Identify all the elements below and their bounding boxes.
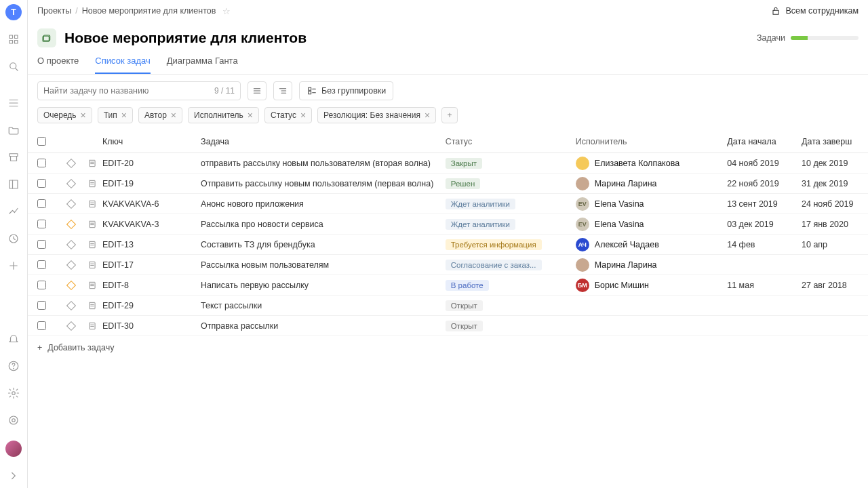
task-key[interactable]: EDIT-30: [102, 321, 201, 331]
svg-rect-2: [9, 41, 13, 44]
task-key[interactable]: EDIT-13: [102, 240, 201, 249]
filter-status[interactable]: Статус×: [264, 107, 312, 123]
table-row[interactable]: ⋮⋮ EDIT-29 Текст рассылки Открыт: [28, 296, 868, 316]
close-icon[interactable]: ×: [425, 110, 430, 120]
task-key[interactable]: EDIT-20: [102, 159, 201, 168]
status-badge[interactable]: Решен: [446, 178, 481, 189]
user-avatar[interactable]: [5, 441, 22, 457]
filter-resolution[interactable]: Резолюция: Без значения×: [317, 107, 436, 123]
table-header: Ключ Задача Статус Исполнитель Дата нача…: [28, 130, 868, 153]
page-title: Новое мероприятие для клиентов: [64, 30, 307, 46]
col-start[interactable]: Дата начала: [727, 137, 802, 146]
tab-gantt[interactable]: Диаграмма Ганта: [167, 56, 238, 74]
table-row[interactable]: ⋮⋮ EDIT-8 Написать первую рассылку В раб…: [28, 275, 868, 296]
tasks-icon[interactable]: [7, 96, 20, 110]
lock-open-icon: [770, 5, 781, 16]
list-view-button[interactable]: [248, 81, 267, 100]
task-title[interactable]: Отправка рассылки: [201, 321, 446, 331]
apps-icon[interactable]: [7, 33, 20, 46]
table-row[interactable]: ⋮⋮ EDIT-19 Отправить рассылку новым поль…: [28, 174, 868, 194]
filter-queue[interactable]: Очередь×: [37, 107, 92, 123]
status-badge[interactable]: Ждет аналитики: [446, 219, 515, 230]
logo[interactable]: T: [5, 4, 22, 20]
search-icon[interactable]: [7, 60, 20, 73]
table-row[interactable]: ⋮⋮ EDIT-17 Рассылка новым пользователям …: [28, 255, 868, 275]
type-icon: [83, 199, 102, 209]
close-icon[interactable]: ×: [81, 110, 86, 120]
svg-rect-40: [90, 201, 95, 207]
task-key[interactable]: KVAKVAKVA-3: [102, 220, 201, 229]
tasks-progress: Задачи: [757, 33, 859, 43]
task-title[interactable]: Рассылка про новости сервиса: [201, 220, 446, 229]
svg-rect-55: [90, 302, 95, 308]
col-task[interactable]: Задача: [201, 137, 446, 146]
table-row[interactable]: ⋮⋮ KVAKVAKVA-3 Рассылка про новости серв…: [28, 214, 868, 235]
filter-type[interactable]: Тип×: [98, 107, 133, 123]
breadcrumb-root[interactable]: Проекты: [37, 6, 71, 16]
svg-rect-37: [90, 180, 95, 186]
task-title[interactable]: Отправить рассылку новым пользователям (…: [201, 179, 446, 188]
gear-icon[interactable]: [7, 386, 20, 400]
help-icon[interactable]: [7, 359, 20, 373]
bell-icon[interactable]: [7, 332, 20, 346]
task-title[interactable]: Текст рассылки: [201, 301, 446, 310]
status-badge[interactable]: Ждет аналитики: [446, 199, 515, 209]
task-key[interactable]: EDIT-19: [102, 179, 201, 188]
task-title[interactable]: отправить рассылку новым пользователям (…: [201, 159, 446, 168]
add-filter-button[interactable]: +: [441, 107, 458, 123]
folder-icon[interactable]: [7, 123, 20, 137]
analytics-icon[interactable]: [7, 205, 20, 218]
close-icon[interactable]: ×: [248, 110, 253, 120]
task-title[interactable]: Составить ТЗ для брендбука: [201, 240, 446, 249]
table-row[interactable]: ⋮⋮ EDIT-20 отправить рассылку новым поль…: [28, 153, 868, 174]
table-row[interactable]: ⋮⋮ KVAKVAKVA-6 Анонс нового приложения Ж…: [28, 194, 868, 214]
task-title[interactable]: Рассылка новым пользователям: [201, 260, 446, 270]
task-key[interactable]: EDIT-29: [102, 301, 201, 310]
star-icon[interactable]: ☆: [222, 6, 231, 16]
assignee-name: Алексей Чадаев: [595, 240, 659, 249]
table-row[interactable]: ⋮⋮ EDIT-13 Составить ТЗ для брендбука Тр…: [28, 235, 868, 255]
settings-icon[interactable]: [7, 413, 20, 427]
recent-icon[interactable]: [7, 232, 20, 245]
close-icon[interactable]: ×: [121, 110, 127, 120]
task-title[interactable]: Написать первую рассылку: [201, 281, 446, 290]
filter-author[interactable]: Автор×: [138, 107, 182, 123]
tab-about[interactable]: О проекте: [37, 56, 79, 74]
tab-list[interactable]: Список задач: [95, 56, 150, 74]
add-icon[interactable]: [7, 259, 20, 272]
end-date: 10 апр: [802, 240, 868, 249]
priority-icon: [66, 300, 76, 310]
grouping-button[interactable]: Без группировки: [299, 81, 393, 100]
col-end[interactable]: Дата заверш: [802, 137, 868, 146]
status-badge[interactable]: Закрыт: [446, 158, 482, 169]
priority-icon: [66, 321, 76, 330]
board-icon[interactable]: [7, 178, 20, 191]
svg-rect-0: [9, 35, 13, 39]
close-icon[interactable]: ×: [171, 110, 176, 120]
col-status[interactable]: Статус: [446, 137, 576, 146]
filter-assignee[interactable]: Исполнитель×: [188, 107, 259, 123]
task-key[interactable]: EDIT-17: [102, 260, 201, 270]
close-icon[interactable]: ×: [300, 110, 306, 120]
table-row[interactable]: ⋮⋮ EDIT-30 Отправка рассылки Открыт: [28, 316, 868, 336]
tree-view-button[interactable]: [273, 81, 292, 100]
select-all-checkbox[interactable]: [37, 137, 46, 146]
search-input[interactable]: [43, 86, 214, 96]
task-title[interactable]: Анонс нового приложения: [201, 199, 446, 209]
col-assignee[interactable]: Исполнитель: [576, 137, 727, 146]
status-badge[interactable]: Открыт: [446, 321, 483, 331]
search-box[interactable]: 9 / 11: [37, 81, 241, 100]
status-badge[interactable]: В работе: [446, 280, 489, 291]
visibility-button[interactable]: Всем сотрудникам: [770, 5, 859, 16]
task-key[interactable]: EDIT-8: [102, 281, 201, 290]
status-badge[interactable]: Открыт: [446, 300, 483, 311]
expand-rail-icon[interactable]: [7, 469, 20, 483]
task-key[interactable]: KVAKVAKVA-6: [102, 199, 201, 209]
col-key[interactable]: Ключ: [102, 137, 201, 146]
status-badge[interactable]: Согласование с заказ...: [446, 260, 542, 270]
archive-icon[interactable]: [7, 150, 20, 164]
add-task-button[interactable]: + Добавить задачу: [28, 336, 868, 359]
start-date: 14 фев: [727, 240, 802, 249]
type-icon: [83, 260, 102, 270]
status-badge[interactable]: Требуется информация: [446, 239, 542, 250]
